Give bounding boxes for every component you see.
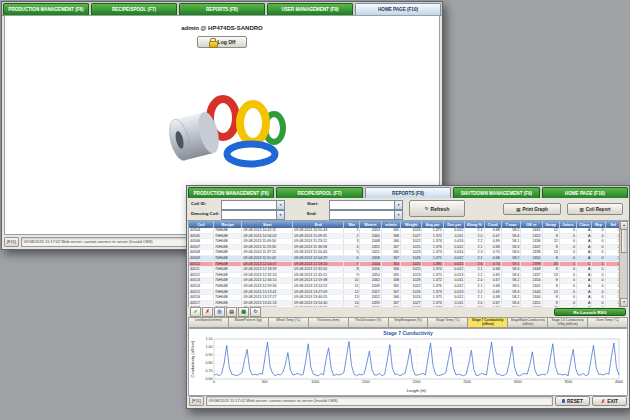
column-header-avg-m[interactable]: Avg µm <box>422 221 443 228</box>
coils-graphic <box>153 78 293 176</box>
column-header-joints[interactable]: Joints <box>559 221 576 228</box>
refresh-icon: ↻ <box>425 206 429 211</box>
document-icon: ▥ <box>579 207 583 212</box>
param-tab-stage-5-6-conductivity-insty-ms-cm[interactable]: Stage 5-6 Conductivity InSty (mS/cm) <box>547 317 587 328</box>
column-header-rep[interactable]: Rep <box>592 221 605 228</box>
param-tab-stage-temp-c[interactable]: Stage Temp (°C) <box>427 317 467 328</box>
param-tab-linespeed-m-min[interactable]: LineSpeed (m/min) <box>188 317 228 328</box>
column-header-t-max[interactable]: T max <box>501 221 520 228</box>
svg-text:4000: 4000 <box>615 380 623 384</box>
column-header-ok-m[interactable]: OK m <box>521 221 542 228</box>
coil-report-button[interactable]: ▥ Coil Report <box>567 203 623 215</box>
reset-button[interactable]: RESET <box>555 396 590 406</box>
svg-text:3500: 3500 <box>564 380 572 384</box>
padlock-icon <box>209 38 216 47</box>
column-header-nbr[interactable]: Nbr <box>344 221 360 228</box>
column-header-scrap[interactable]: Scrap <box>542 221 559 228</box>
column-header-start[interactable]: Start <box>242 221 293 228</box>
reports-window: PRODUCTION MANAGEMENT (F6)RECIPE/SPOOL (… <box>186 185 630 409</box>
refresh-grid-icon[interactable]: ↻ <box>250 307 261 317</box>
back-tabbar: PRODUCTION MANAGEMENT (F6)RECIPE/SPOOL (… <box>2 2 442 16</box>
chevron-down-icon[interactable]: ▼ <box>276 201 284 209</box>
excel-export-icon[interactable]: ▦ <box>238 307 249 317</box>
refresh-button[interactable]: ↻ Refresh <box>409 200 465 217</box>
column-header-end[interactable]: End <box>293 221 344 228</box>
dancing-coil-combo[interactable]: ▼ <box>221 210 285 220</box>
tab-reports-f8[interactable]: REPORTS (F8) <box>179 3 265 15</box>
param-tab-thickness-mm[interactable]: Thickness (mm) <box>308 317 348 328</box>
param-tab-thickdeviation[interactable]: ThickDeviation (%) <box>348 317 388 328</box>
yellow-tape-ring <box>240 104 266 142</box>
f11-button[interactable]: [F11] <box>4 237 19 247</box>
end-label: End: <box>307 210 317 218</box>
svg-text:3000: 3000 <box>514 380 522 384</box>
grid-toolbar-icons: ✓✗◎▤▦↻ <box>190 307 261 317</box>
svg-text:2000: 2000 <box>413 380 421 384</box>
tab-recipe-spool-f7[interactable]: RECIPE/SPOOL (F7) <box>91 3 177 15</box>
exit-icon: ✗ <box>601 398 605 404</box>
printer-icon: ▤ <box>516 207 520 212</box>
tab-production-management-f6[interactable]: PRODUCTION MANAGEMENT (F6) <box>3 3 89 15</box>
param-tab-wheel-temp-c[interactable]: Wheel Temp (°C) <box>268 317 308 328</box>
cancel-icon[interactable]: ✗ <box>202 307 213 317</box>
chart-title: Stage 7 Cunductivity <box>189 329 627 337</box>
start-label: Start: <box>307 200 318 208</box>
param-tab-bloompress-m-kg[interactable]: BloomPress m (kg) <box>228 317 268 328</box>
svg-text:1500: 1500 <box>362 380 370 384</box>
param-tab-stagewaterconductivity-us-cm[interactable]: StageWaterConductivity (uS/cm) <box>507 317 547 328</box>
end-combo[interactable]: ▼ <box>329 210 403 220</box>
table-scrollbar[interactable]: ▲ ▼ <box>619 221 627 307</box>
column-header-elong[interactable]: Elong % <box>465 221 484 228</box>
log-off-button[interactable]: Log Off <box>197 36 247 48</box>
coil-report-label: Coil Report <box>586 207 611 212</box>
param-tab-stage-7-cunductivity-us-cm[interactable]: Stage 7 Cunductivity (uS/cm) <box>467 317 507 328</box>
chevron-down-icon[interactable]: ▼ <box>394 201 402 209</box>
front-status-message: 09/08/2013 11:17:02 Web server: cannot c… <box>206 396 553 406</box>
exit-label: EXIT <box>607 399 618 404</box>
svg-text:2500: 2500 <box>463 380 471 384</box>
svg-text:0.70: 0.70 <box>206 369 213 373</box>
zoom-icon[interactable]: ◎ <box>214 307 225 317</box>
chevron-down-icon[interactable]: ▼ <box>276 211 284 219</box>
coil-id-label: Coil ID: <box>191 200 206 208</box>
start-combo[interactable]: ▼ <box>329 200 403 210</box>
svg-text:0.90: 0.90 <box>206 353 213 357</box>
conductivity-chart: 0.600.700.800.901.001.100500100015002000… <box>190 337 626 393</box>
filter-panel: Coil ID: ▼ Start: ▼ Dancing Coil: ▼ End:… <box>187 198 629 221</box>
reset-label: RESET <box>567 399 583 404</box>
scroll-down-icon[interactable]: ▼ <box>620 298 628 307</box>
svg-text:0.80: 0.80 <box>206 361 213 365</box>
column-header-meters[interactable]: Meters <box>360 221 381 228</box>
svg-text:1.00: 1.00 <box>206 345 213 349</box>
svg-text:1.10: 1.10 <box>206 337 213 341</box>
chevron-down-icon[interactable]: ▼ <box>394 211 402 219</box>
logged-in-user: admin @ HP474DS-SANDRO <box>5 25 439 31</box>
relaunch-rsg-button[interactable]: Re-Launch RSG <box>554 308 626 316</box>
param-tab-stripelongation[interactable]: StripElongation (%) <box>388 317 428 328</box>
log-off-label: Log Off <box>218 39 236 45</box>
svg-text:Length (m): Length (m) <box>407 388 427 393</box>
column-header-cond[interactable]: Cond <box>484 221 501 228</box>
column-header-coil[interactable]: Coil <box>189 221 213 228</box>
report-table[interactable]: CoilRecipeStartEndNbrMetersm/minWeightAv… <box>189 221 622 308</box>
accept-icon[interactable]: ✓ <box>190 307 201 317</box>
column-header-class[interactable]: Class <box>577 221 592 228</box>
column-header-dev-m[interactable]: Dev µm <box>443 221 464 228</box>
relaunch-rsg-label: Re-Launch RSG <box>573 310 606 315</box>
svg-text:0: 0 <box>213 380 215 384</box>
exit-button[interactable]: ✗ EXIT <box>592 396 627 406</box>
front-statusbar: [F11] 09/08/2013 11:17:02 Web server: ca… <box>189 396 627 406</box>
svg-text:1000: 1000 <box>311 380 319 384</box>
tab-user-management-f9[interactable]: USER MANAGEMENT (F9) <box>267 3 353 15</box>
coil-id-combo[interactable]: ▼ <box>221 200 285 210</box>
column-header-weight[interactable]: Weight <box>401 221 422 228</box>
column-header-m-min[interactable]: m/min <box>381 221 400 228</box>
print-graph-label: Print Graph <box>522 207 547 212</box>
tab-home-page-f10[interactable]: HOME PAGE (F10) <box>355 3 441 15</box>
print-icon[interactable]: ▤ <box>226 307 237 317</box>
f11-button[interactable]: [F11] <box>189 396 204 406</box>
print-graph-button[interactable]: ▤ Print Graph <box>503 203 561 215</box>
column-header-recipe[interactable]: Recipe <box>213 221 241 228</box>
scrollbar-thumb[interactable] <box>621 229 628 253</box>
param-tab-oven-temp-c[interactable]: Oven Temp (°C) <box>587 317 628 328</box>
